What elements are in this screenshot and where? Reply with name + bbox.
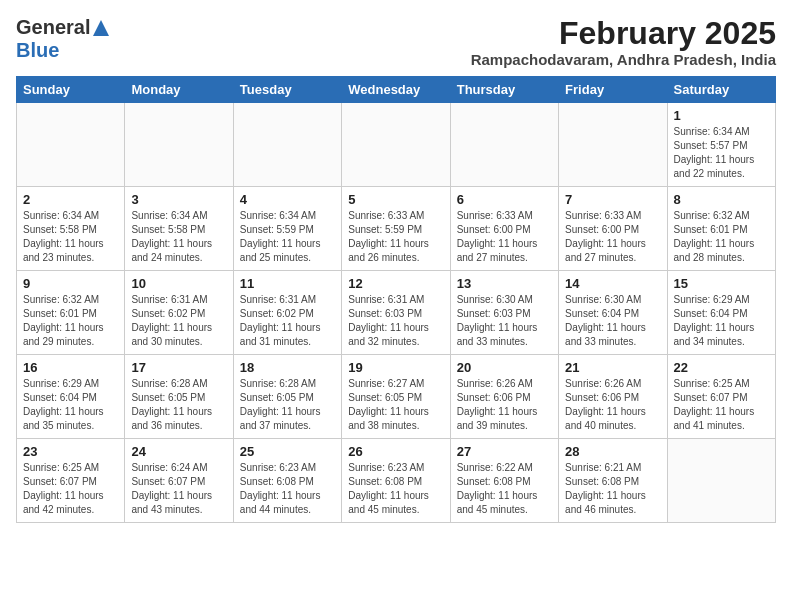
week-row-4: 16Sunrise: 6:29 AM Sunset: 6:04 PM Dayli… xyxy=(17,355,776,439)
day-info: Sunrise: 6:25 AM Sunset: 6:07 PM Dayligh… xyxy=(674,377,769,433)
calendar-cell: 3Sunrise: 6:34 AM Sunset: 5:58 PM Daylig… xyxy=(125,187,233,271)
calendar-cell xyxy=(667,439,775,523)
calendar-cell: 7Sunrise: 6:33 AM Sunset: 6:00 PM Daylig… xyxy=(559,187,667,271)
day-number: 15 xyxy=(674,276,769,291)
calendar-cell xyxy=(450,103,558,187)
day-number: 13 xyxy=(457,276,552,291)
col-header-monday: Monday xyxy=(125,77,233,103)
col-header-tuesday: Tuesday xyxy=(233,77,341,103)
day-number: 28 xyxy=(565,444,660,459)
day-info: Sunrise: 6:34 AM Sunset: 5:57 PM Dayligh… xyxy=(674,125,769,181)
calendar-cell: 10Sunrise: 6:31 AM Sunset: 6:02 PM Dayli… xyxy=(125,271,233,355)
calendar-cell: 4Sunrise: 6:34 AM Sunset: 5:59 PM Daylig… xyxy=(233,187,341,271)
day-info: Sunrise: 6:31 AM Sunset: 6:02 PM Dayligh… xyxy=(131,293,226,349)
calendar-cell: 25Sunrise: 6:23 AM Sunset: 6:08 PM Dayli… xyxy=(233,439,341,523)
day-info: Sunrise: 6:34 AM Sunset: 5:59 PM Dayligh… xyxy=(240,209,335,265)
day-number: 23 xyxy=(23,444,118,459)
calendar-cell: 20Sunrise: 6:26 AM Sunset: 6:06 PM Dayli… xyxy=(450,355,558,439)
calendar-cell: 18Sunrise: 6:28 AM Sunset: 6:05 PM Dayli… xyxy=(233,355,341,439)
calendar-cell: 1Sunrise: 6:34 AM Sunset: 5:57 PM Daylig… xyxy=(667,103,775,187)
month-year-title: February 2025 xyxy=(471,16,776,51)
day-info: Sunrise: 6:27 AM Sunset: 6:05 PM Dayligh… xyxy=(348,377,443,433)
calendar-header-row: SundayMondayTuesdayWednesdayThursdayFrid… xyxy=(17,77,776,103)
col-header-friday: Friday xyxy=(559,77,667,103)
calendar-cell: 11Sunrise: 6:31 AM Sunset: 6:02 PM Dayli… xyxy=(233,271,341,355)
day-number: 4 xyxy=(240,192,335,207)
calendar-cell: 8Sunrise: 6:32 AM Sunset: 6:01 PM Daylig… xyxy=(667,187,775,271)
day-info: Sunrise: 6:26 AM Sunset: 6:06 PM Dayligh… xyxy=(565,377,660,433)
logo-blue-text: Blue xyxy=(16,39,59,61)
day-number: 24 xyxy=(131,444,226,459)
day-info: Sunrise: 6:33 AM Sunset: 6:00 PM Dayligh… xyxy=(457,209,552,265)
col-header-saturday: Saturday xyxy=(667,77,775,103)
day-info: Sunrise: 6:26 AM Sunset: 6:06 PM Dayligh… xyxy=(457,377,552,433)
day-info: Sunrise: 6:31 AM Sunset: 6:02 PM Dayligh… xyxy=(240,293,335,349)
svg-marker-0 xyxy=(93,20,109,36)
day-number: 27 xyxy=(457,444,552,459)
day-info: Sunrise: 6:29 AM Sunset: 6:04 PM Dayligh… xyxy=(23,377,118,433)
col-header-thursday: Thursday xyxy=(450,77,558,103)
day-number: 17 xyxy=(131,360,226,375)
day-number: 16 xyxy=(23,360,118,375)
day-number: 22 xyxy=(674,360,769,375)
calendar-cell: 5Sunrise: 6:33 AM Sunset: 5:59 PM Daylig… xyxy=(342,187,450,271)
week-row-3: 9Sunrise: 6:32 AM Sunset: 6:01 PM Daylig… xyxy=(17,271,776,355)
calendar-cell xyxy=(125,103,233,187)
day-info: Sunrise: 6:28 AM Sunset: 6:05 PM Dayligh… xyxy=(131,377,226,433)
day-number: 5 xyxy=(348,192,443,207)
calendar-cell: 14Sunrise: 6:30 AM Sunset: 6:04 PM Dayli… xyxy=(559,271,667,355)
day-number: 1 xyxy=(674,108,769,123)
location-subtitle: Rampachodavaram, Andhra Pradesh, India xyxy=(471,51,776,68)
title-section: February 2025 Rampachodavaram, Andhra Pr… xyxy=(471,16,776,68)
day-info: Sunrise: 6:33 AM Sunset: 5:59 PM Dayligh… xyxy=(348,209,443,265)
calendar-cell: 17Sunrise: 6:28 AM Sunset: 6:05 PM Dayli… xyxy=(125,355,233,439)
day-info: Sunrise: 6:31 AM Sunset: 6:03 PM Dayligh… xyxy=(348,293,443,349)
day-number: 3 xyxy=(131,192,226,207)
calendar-cell: 19Sunrise: 6:27 AM Sunset: 6:05 PM Dayli… xyxy=(342,355,450,439)
calendar-cell: 6Sunrise: 6:33 AM Sunset: 6:00 PM Daylig… xyxy=(450,187,558,271)
day-number: 12 xyxy=(348,276,443,291)
logo: General Blue xyxy=(16,16,110,62)
day-info: Sunrise: 6:23 AM Sunset: 6:08 PM Dayligh… xyxy=(240,461,335,517)
day-info: Sunrise: 6:23 AM Sunset: 6:08 PM Dayligh… xyxy=(348,461,443,517)
calendar-cell: 23Sunrise: 6:25 AM Sunset: 6:07 PM Dayli… xyxy=(17,439,125,523)
week-row-2: 2Sunrise: 6:34 AM Sunset: 5:58 PM Daylig… xyxy=(17,187,776,271)
day-info: Sunrise: 6:25 AM Sunset: 6:07 PM Dayligh… xyxy=(23,461,118,517)
day-info: Sunrise: 6:21 AM Sunset: 6:08 PM Dayligh… xyxy=(565,461,660,517)
day-info: Sunrise: 6:32 AM Sunset: 6:01 PM Dayligh… xyxy=(23,293,118,349)
day-info: Sunrise: 6:24 AM Sunset: 6:07 PM Dayligh… xyxy=(131,461,226,517)
calendar-cell xyxy=(233,103,341,187)
day-number: 11 xyxy=(240,276,335,291)
calendar-cell xyxy=(17,103,125,187)
day-info: Sunrise: 6:22 AM Sunset: 6:08 PM Dayligh… xyxy=(457,461,552,517)
week-row-5: 23Sunrise: 6:25 AM Sunset: 6:07 PM Dayli… xyxy=(17,439,776,523)
day-number: 21 xyxy=(565,360,660,375)
calendar-cell: 16Sunrise: 6:29 AM Sunset: 6:04 PM Dayli… xyxy=(17,355,125,439)
calendar-cell xyxy=(342,103,450,187)
logo-general-text: General xyxy=(16,16,90,39)
week-row-1: 1Sunrise: 6:34 AM Sunset: 5:57 PM Daylig… xyxy=(17,103,776,187)
calendar-cell: 15Sunrise: 6:29 AM Sunset: 6:04 PM Dayli… xyxy=(667,271,775,355)
day-number: 9 xyxy=(23,276,118,291)
calendar-cell xyxy=(559,103,667,187)
day-number: 8 xyxy=(674,192,769,207)
day-info: Sunrise: 6:30 AM Sunset: 6:03 PM Dayligh… xyxy=(457,293,552,349)
day-number: 20 xyxy=(457,360,552,375)
day-info: Sunrise: 6:34 AM Sunset: 5:58 PM Dayligh… xyxy=(23,209,118,265)
day-info: Sunrise: 6:29 AM Sunset: 6:04 PM Dayligh… xyxy=(674,293,769,349)
calendar-cell: 22Sunrise: 6:25 AM Sunset: 6:07 PM Dayli… xyxy=(667,355,775,439)
col-header-wednesday: Wednesday xyxy=(342,77,450,103)
day-number: 10 xyxy=(131,276,226,291)
day-number: 7 xyxy=(565,192,660,207)
calendar-table: SundayMondayTuesdayWednesdayThursdayFrid… xyxy=(16,76,776,523)
day-number: 25 xyxy=(240,444,335,459)
day-number: 6 xyxy=(457,192,552,207)
col-header-sunday: Sunday xyxy=(17,77,125,103)
calendar-cell: 27Sunrise: 6:22 AM Sunset: 6:08 PM Dayli… xyxy=(450,439,558,523)
day-number: 19 xyxy=(348,360,443,375)
day-number: 18 xyxy=(240,360,335,375)
day-info: Sunrise: 6:28 AM Sunset: 6:05 PM Dayligh… xyxy=(240,377,335,433)
logo-icon xyxy=(92,19,110,37)
calendar-cell: 24Sunrise: 6:24 AM Sunset: 6:07 PM Dayli… xyxy=(125,439,233,523)
calendar-cell: 2Sunrise: 6:34 AM Sunset: 5:58 PM Daylig… xyxy=(17,187,125,271)
